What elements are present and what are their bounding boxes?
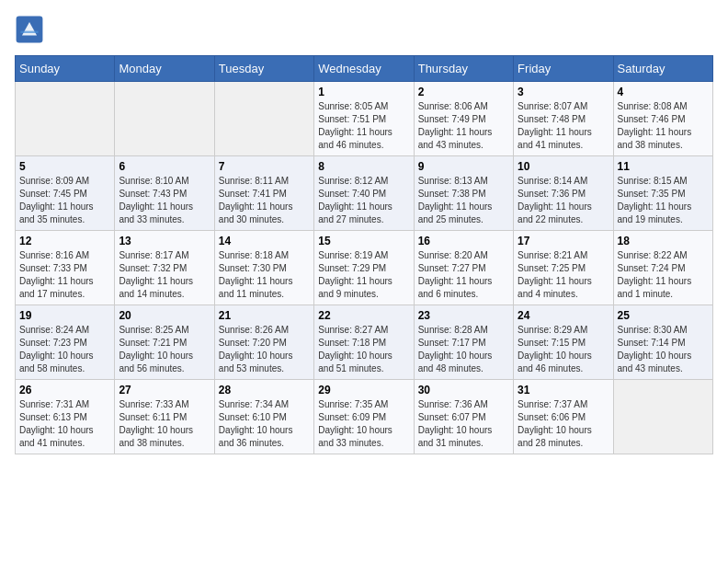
day-info: Sunrise: 7:35 AM Sunset: 6:09 PM Dayligh…	[318, 398, 409, 450]
day-number: 20	[119, 309, 210, 322]
day-info: Sunrise: 8:22 AM Sunset: 7:24 PM Dayligh…	[618, 249, 709, 301]
day-info: Sunrise: 8:12 AM Sunset: 7:40 PM Dayligh…	[318, 175, 409, 226]
weekday-header-wednesday: Wednesday	[314, 56, 414, 82]
weekday-header-saturday: Saturday	[613, 56, 712, 82]
calendar-body: 1Sunrise: 8:05 AM Sunset: 7:51 PM Daylig…	[16, 82, 713, 454]
day-info: Sunrise: 8:24 AM Sunset: 7:23 PM Dayligh…	[19, 324, 110, 375]
day-number: 5	[19, 160, 110, 173]
weekday-header-thursday: Thursday	[414, 56, 513, 82]
weekday-header-tuesday: Tuesday	[214, 56, 313, 82]
day-info: Sunrise: 8:25 AM Sunset: 7:21 PM Dayligh…	[119, 324, 210, 375]
calendar-cell: 26Sunrise: 7:31 AM Sunset: 6:13 PM Dayli…	[16, 380, 115, 454]
day-info: Sunrise: 8:15 AM Sunset: 7:35 PM Dayligh…	[618, 175, 709, 226]
calendar-cell: 15Sunrise: 8:19 AM Sunset: 7:29 PM Dayli…	[314, 231, 414, 305]
day-number: 8	[318, 160, 409, 173]
day-number: 11	[618, 160, 709, 173]
calendar-header: SundayMondayTuesdayWednesdayThursdayFrid…	[16, 56, 713, 82]
calendar-cell: 19Sunrise: 8:24 AM Sunset: 7:23 PM Dayli…	[16, 305, 115, 380]
day-info: Sunrise: 8:18 AM Sunset: 7:30 PM Dayligh…	[219, 249, 310, 301]
day-info: Sunrise: 8:20 AM Sunset: 7:27 PM Dayligh…	[418, 249, 509, 301]
calendar-cell: 10Sunrise: 8:14 AM Sunset: 7:36 PM Dayli…	[514, 156, 613, 231]
day-number: 27	[119, 384, 210, 396]
day-number: 9	[418, 160, 509, 173]
calendar-cell: 17Sunrise: 8:21 AM Sunset: 7:25 PM Dayli…	[514, 231, 613, 305]
week-row-2: 5Sunrise: 8:09 AM Sunset: 7:45 PM Daylig…	[16, 156, 713, 231]
day-number: 23	[418, 309, 509, 322]
day-number: 3	[518, 86, 609, 98]
calendar-cell: 23Sunrise: 8:28 AM Sunset: 7:17 PM Dayli…	[414, 305, 513, 380]
calendar-cell: 22Sunrise: 8:27 AM Sunset: 7:18 PM Dayli…	[314, 305, 414, 380]
calendar-cell: 2Sunrise: 8:06 AM Sunset: 7:49 PM Daylig…	[414, 82, 513, 156]
day-number: 22	[318, 309, 409, 322]
calendar-table: SundayMondayTuesdayWednesdayThursdayFrid…	[15, 55, 713, 454]
weekday-header-friday: Friday	[514, 56, 613, 82]
day-number: 31	[518, 384, 609, 396]
calendar-cell: 6Sunrise: 8:10 AM Sunset: 7:43 PM Daylig…	[115, 156, 214, 231]
calendar-cell: 5Sunrise: 8:09 AM Sunset: 7:45 PM Daylig…	[16, 156, 115, 231]
calendar-cell: 11Sunrise: 8:15 AM Sunset: 7:35 PM Dayli…	[613, 156, 712, 231]
calendar-cell: 14Sunrise: 8:18 AM Sunset: 7:30 PM Dayli…	[214, 231, 313, 305]
day-info: Sunrise: 8:16 AM Sunset: 7:33 PM Dayligh…	[19, 249, 110, 301]
calendar-cell: 30Sunrise: 7:36 AM Sunset: 6:07 PM Dayli…	[414, 380, 513, 454]
week-row-3: 12Sunrise: 8:16 AM Sunset: 7:33 PM Dayli…	[16, 231, 713, 305]
day-number: 2	[418, 86, 509, 98]
calendar-cell: 28Sunrise: 7:34 AM Sunset: 6:10 PM Dayli…	[214, 380, 313, 454]
day-info: Sunrise: 8:05 AM Sunset: 7:51 PM Dayligh…	[318, 100, 409, 152]
calendar-cell: 9Sunrise: 8:13 AM Sunset: 7:38 PM Daylig…	[414, 156, 513, 231]
page-header	[15, 15, 713, 44]
calendar-cell: 25Sunrise: 8:30 AM Sunset: 7:14 PM Dayli…	[613, 305, 712, 380]
day-info: Sunrise: 8:29 AM Sunset: 7:15 PM Dayligh…	[518, 324, 609, 375]
day-number: 26	[19, 384, 110, 396]
day-number: 24	[518, 309, 609, 322]
day-number: 13	[119, 235, 210, 247]
day-info: Sunrise: 8:11 AM Sunset: 7:41 PM Dayligh…	[219, 175, 310, 226]
day-info: Sunrise: 8:08 AM Sunset: 7:46 PM Dayligh…	[618, 100, 709, 152]
day-number: 17	[518, 235, 609, 247]
day-number: 15	[318, 235, 409, 247]
day-number: 7	[219, 160, 310, 173]
calendar-cell: 20Sunrise: 8:25 AM Sunset: 7:21 PM Dayli…	[115, 305, 214, 380]
svg-rect-2	[20, 31, 38, 33]
day-info: Sunrise: 7:36 AM Sunset: 6:07 PM Dayligh…	[418, 398, 509, 450]
day-info: Sunrise: 8:30 AM Sunset: 7:14 PM Dayligh…	[618, 324, 709, 375]
day-number: 28	[219, 384, 310, 396]
day-number: 12	[19, 235, 110, 247]
calendar-cell: 3Sunrise: 8:07 AM Sunset: 7:48 PM Daylig…	[514, 82, 613, 156]
day-info: Sunrise: 7:33 AM Sunset: 6:11 PM Dayligh…	[119, 398, 210, 450]
day-number: 6	[119, 160, 210, 173]
calendar-cell: 13Sunrise: 8:17 AM Sunset: 7:32 PM Dayli…	[115, 231, 214, 305]
day-info: Sunrise: 8:14 AM Sunset: 7:36 PM Dayligh…	[518, 175, 609, 226]
day-info: Sunrise: 8:09 AM Sunset: 7:45 PM Dayligh…	[19, 175, 110, 226]
day-info: Sunrise: 8:27 AM Sunset: 7:18 PM Dayligh…	[318, 324, 409, 375]
calendar-cell: 12Sunrise: 8:16 AM Sunset: 7:33 PM Dayli…	[16, 231, 115, 305]
day-info: Sunrise: 7:34 AM Sunset: 6:10 PM Dayligh…	[219, 398, 310, 450]
calendar-cell: 27Sunrise: 7:33 AM Sunset: 6:11 PM Dayli…	[115, 380, 214, 454]
weekday-row: SundayMondayTuesdayWednesdayThursdayFrid…	[16, 56, 713, 82]
calendar-cell: 16Sunrise: 8:20 AM Sunset: 7:27 PM Dayli…	[414, 231, 513, 305]
day-info: Sunrise: 8:21 AM Sunset: 7:25 PM Dayligh…	[518, 249, 609, 301]
day-info: Sunrise: 8:07 AM Sunset: 7:48 PM Dayligh…	[518, 100, 609, 152]
weekday-header-sunday: Sunday	[16, 56, 115, 82]
week-row-4: 19Sunrise: 8:24 AM Sunset: 7:23 PM Dayli…	[16, 305, 713, 380]
day-info: Sunrise: 8:28 AM Sunset: 7:17 PM Dayligh…	[418, 324, 509, 375]
day-info: Sunrise: 7:37 AM Sunset: 6:06 PM Dayligh…	[518, 398, 609, 450]
calendar-cell: 7Sunrise: 8:11 AM Sunset: 7:41 PM Daylig…	[214, 156, 313, 231]
day-info: Sunrise: 7:31 AM Sunset: 6:13 PM Dayligh…	[19, 398, 110, 450]
day-number: 25	[618, 309, 709, 322]
calendar-cell: 24Sunrise: 8:29 AM Sunset: 7:15 PM Dayli…	[514, 305, 613, 380]
day-number: 1	[318, 86, 409, 98]
calendar-cell	[115, 82, 214, 156]
calendar-cell: 21Sunrise: 8:26 AM Sunset: 7:20 PM Dayli…	[214, 305, 313, 380]
calendar-cell	[613, 380, 712, 454]
logo-icon	[15, 15, 44, 44]
day-info: Sunrise: 8:19 AM Sunset: 7:29 PM Dayligh…	[318, 249, 409, 301]
calendar-cell: 1Sunrise: 8:05 AM Sunset: 7:51 PM Daylig…	[314, 82, 414, 156]
day-info: Sunrise: 8:26 AM Sunset: 7:20 PM Dayligh…	[219, 324, 310, 375]
day-number: 29	[318, 384, 409, 396]
weekday-header-monday: Monday	[115, 56, 214, 82]
day-info: Sunrise: 8:06 AM Sunset: 7:49 PM Dayligh…	[418, 100, 509, 152]
logo	[15, 15, 48, 44]
calendar-cell: 31Sunrise: 7:37 AM Sunset: 6:06 PM Dayli…	[514, 380, 613, 454]
day-number: 30	[418, 384, 509, 396]
day-number: 19	[19, 309, 110, 322]
